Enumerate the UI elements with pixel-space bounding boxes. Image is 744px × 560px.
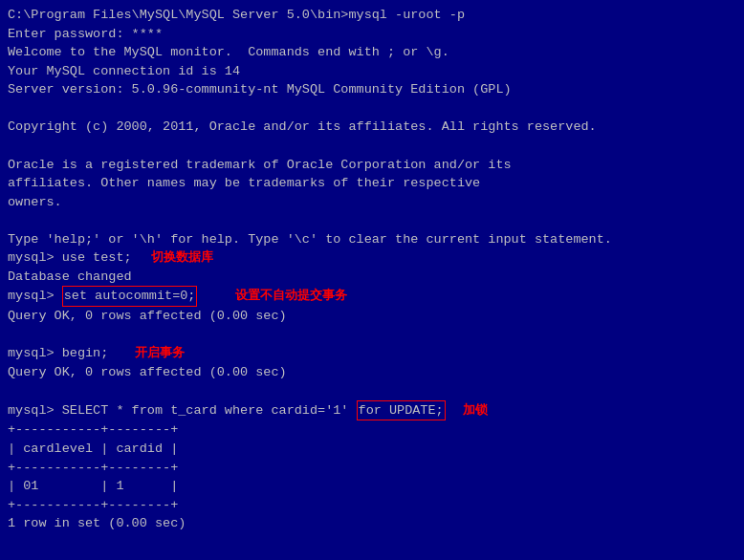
- line-set-autocommit: mysql> set autocommit=0; 设置不自动提交事务: [8, 286, 736, 307]
- line-row-count: 1 row in set (0.00 sec): [8, 514, 736, 533]
- line-oracle3: owners.: [8, 193, 736, 212]
- for-update-cmd: for UPDATE;: [357, 400, 446, 421]
- line-table-sep3: +-----------+--------+: [8, 496, 736, 515]
- set-autocommit-cmd: set autocommit=0;: [62, 286, 198, 307]
- line-cmd: C:\Program Files\MySQL\MySQL Server 5.0\…: [8, 6, 736, 25]
- set-autocommit-prompt: mysql>: [8, 287, 62, 306]
- empty-2: [8, 137, 736, 156]
- empty-4: [8, 326, 736, 345]
- annotation-switch-db: 切换数据库: [151, 248, 213, 267]
- line-table-row: | 01 | 1 |: [8, 477, 736, 496]
- select-prefix: mysql> SELECT * from t_card where cardid…: [8, 401, 357, 420]
- begin-text: mysql> begin;: [8, 344, 108, 363]
- line-db-changed: Database changed: [8, 268, 736, 287]
- annotation-begin-transaction: 开启事务: [135, 344, 185, 362]
- line-table-sep1: +-----------+--------+: [8, 420, 736, 440]
- empty-1: [8, 99, 736, 118]
- use-test-text: mysql> use test;: [8, 248, 132, 268]
- line-help: Type 'help;' or '\h' for help. Type '\c'…: [8, 230, 736, 249]
- line-query-ok-1: Query OK, 0 rows affected (0.00 sec): [8, 307, 736, 326]
- empty-3: [8, 211, 736, 230]
- line-welcome: Welcome to the MySQL monitor. Commands e…: [8, 43, 736, 62]
- line-table-sep2: +-----------+--------+: [8, 459, 736, 478]
- terminal-window: C:\Program Files\MySQL\MySQL Server 5.0\…: [0, 0, 744, 560]
- annotation-no-autocommit: 设置不自动提交事务: [235, 287, 347, 305]
- line-version: Server version: 5.0.96-community-nt MySQ…: [8, 80, 736, 99]
- line-query-ok-2: Query OK, 0 rows affected (0.00 sec): [8, 363, 736, 382]
- empty-5: [8, 381, 736, 400]
- line-oracle1: Oracle is a registered trademark of Orac…: [8, 156, 736, 175]
- line-select: mysql> SELECT * from t_card where cardid…: [8, 400, 736, 421]
- line-oracle2: affiliates. Other names may be trademark…: [8, 174, 736, 193]
- line-use-test: mysql> use test; 切换数据库: [8, 248, 736, 268]
- line-copyright: Copyright (c) 2000, 2011, Oracle and/or …: [8, 118, 736, 137]
- line-password: Enter password: ****: [8, 25, 736, 44]
- line-begin: mysql> begin; 开启事务: [8, 344, 736, 363]
- annotation-lock: 加锁: [463, 401, 488, 420]
- line-table-header: | cardlevel | cardid |: [8, 440, 736, 459]
- line-connid: Your MySQL connection id is 14: [8, 62, 736, 81]
